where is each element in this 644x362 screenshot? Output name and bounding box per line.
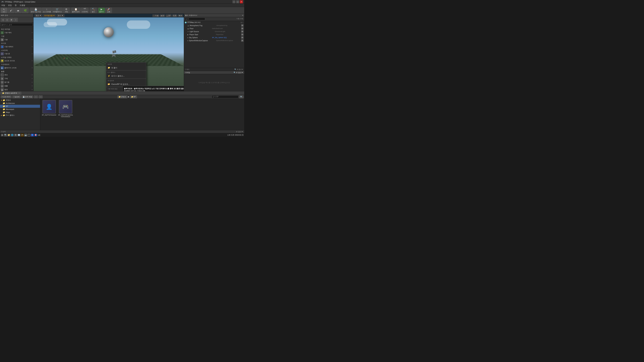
add-new-button[interactable]: + 신규 추가 [1,95,12,98]
folder-mannequin[interactable]: 📁 Mannequin [0,108,40,111]
add-icon[interactable]: + [32,88,33,91]
list-item[interactable]: ▬ 평면 + [0,88,33,91]
asset-item-character[interactable]: 👤 BP_MyFPSCharacter [42,100,57,117]
visibility-icon[interactable]: 👁 [241,24,244,27]
folder-bp[interactable]: 📁 BP [0,105,40,108]
taskbar-search[interactable]: 🔍 [4,134,7,137]
source-control-button[interactable]: ↕ 소스 컨트롤 [42,8,52,13]
add-icon[interactable]: + [32,81,33,83]
list-item[interactable]: ⊞ 기본 + [0,38,33,41]
angle-size[interactable]: △ 10° [166,14,172,17]
taskbar-phone[interactable]: 📱 [28,134,30,137]
taskbar-computer[interactable]: 💻 [24,134,27,137]
folder-cpp[interactable]: ▸ 📁 C++ 클래스 [0,114,40,117]
taskbar-target[interactable]: 🎯 [34,134,37,137]
perspective-btn[interactable]: 원근 ▼ [34,14,42,17]
mode-landscape-button[interactable]: ⛰ [15,8,22,13]
forward-button[interactable]: → [38,95,42,98]
taskbar-game[interactable]: 🎮 [21,134,24,137]
close-button[interactable]: ✕ [240,0,243,3]
folder-contents[interactable]: ▾ 📁 콘텐츠 [0,99,40,102]
outliner-item-sky[interactable]: ● Sky Sphere BP_Sky_Sphere 편집 👁 [184,36,244,39]
tool-btn-2[interactable]: ◇ [5,18,9,22]
taskbar-ue4[interactable]: UE [38,134,40,137]
details-options[interactable]: 🔍 뷰 옵션▼ [234,71,243,74]
visibility-icon[interactable]: 👁 [241,36,244,39]
list-item[interactable]: ● 구체 + [0,77,33,80]
menu-window[interactable]: 창 [14,4,17,7]
tool-btn-3[interactable]: ⊕ [10,18,14,22]
add-icon[interactable]: + [32,74,33,76]
taskbar-settings[interactable]: ⚙ [14,134,17,137]
tool-btn-4[interactable]: ↕ [14,18,18,22]
back-button[interactable]: ← [34,95,38,98]
import-button[interactable]: ↑ 임포트 [12,95,21,98]
taskbar-file-explorer[interactable]: 📁 [8,134,10,137]
mode-foliage-button[interactable]: 🌿 [22,8,28,13]
outliner-item-fog[interactable]: ☁ Atmospheric Fog AtmosphericFog 👁 [184,24,244,27]
outliner-item-player-start[interactable]: ▶ Player Start PlayerStart 👁 [184,33,244,36]
list-item[interactable]: 👤 기본 캐릭터 + [0,45,33,49]
start-button[interactable]: ⊞ [1,134,4,137]
add-icon[interactable]: + [32,60,33,62]
visibility-icon[interactable]: 👁 [241,39,244,42]
menu-edit[interactable]: 편집 [8,4,12,7]
taskbar-browser[interactable]: 🌐 [11,134,14,137]
launch-button[interactable]: 🚀 실행 [105,8,112,13]
cm-import-game[interactable]: 📂 /Game/BP 에 임포트... [106,82,146,86]
visibility-icon[interactable]: 👁 [241,27,244,30]
add-icon[interactable]: + [32,85,33,87]
outliner-options[interactable]: ≡ [242,14,243,16]
tab-content-browser[interactable]: 📁 콘텐츠 브라우저 ✕ [1,92,21,95]
list-item[interactable]: 🎮 기본 폰 + [0,52,33,56]
build-button[interactable]: 🔨 빌드 [90,8,97,13]
visibility-icon[interactable]: 👁 [241,30,244,33]
add-icon[interactable]: + [32,31,33,34]
blueprint-button[interactable]: 📋 블루프린트 [71,8,80,13]
add-icon[interactable]: + [32,38,33,41]
visibility-icon[interactable]: 👁 [241,33,244,36]
menu-help[interactable]: 도움말 [19,4,26,7]
outliner-search-input[interactable] [185,17,205,20]
add-icon[interactable]: + [32,45,33,48]
menu-file[interactable]: 파일 [1,4,6,7]
cm-new-cpp[interactable]: ⚡ 새 C++ 클래스... [106,74,146,78]
asset-item-gamemode[interactable]: 🎮 BP_MyFPSProjectGameModeBase [58,100,73,117]
play-button[interactable]: ▶ 플레이 [98,8,105,13]
list-item[interactable]: ▶ 플레이어 스타트 + [0,66,33,70]
tool-btn-1[interactable]: ◁ [1,18,5,22]
maximize-button[interactable]: □ [236,0,239,3]
list-item[interactable]: △ 원뿔 + [0,84,33,88]
cm-new-folder[interactable]: 📁 새 폴더 [106,66,146,70]
outliner-item-world[interactable]: 🌍 FPSMap (에디터) 월드 [184,21,244,24]
list-item[interactable]: ⬡ 기본 액터 + [0,31,33,34]
add-icon[interactable]: + [32,53,33,55]
tab-close[interactable]: ✕ [18,92,20,94]
list-item[interactable]: ⬛ 큐브 + [0,73,33,77]
list-item[interactable]: 💡 포인트 라이트 + [0,59,33,63]
breadcrumb-content[interactable]: 📁 콘텐츠 [118,95,127,98]
settings-button[interactable]: ⚙ 세팅 [63,8,70,13]
folder-architecture[interactable]: 📁 Architecture [0,102,40,105]
outliner-item-light[interactable]: ☀ Light Source DirectionalLight 👁 [184,30,244,33]
placement-search-input[interactable] [0,23,33,26]
grid-size[interactable]: ⊞ 10 [160,14,165,17]
marketplace-button[interactable]: 🛒 마켓플레이스 [52,8,63,13]
mode-paint-button[interactable]: 🖌 [8,8,14,13]
add-icon[interactable]: + [32,77,33,80]
taskbar-vs[interactable]: 🔷 [31,134,34,137]
show-btn[interactable]: 표시 ▼ [56,14,64,17]
outliner-item-sphere-capture[interactable]: ● SphereReflectionCapture SphereReflecti… [184,39,244,42]
lit-btn[interactable]: 라이팅포함 ▼ [43,14,56,17]
list-item[interactable]: ⬡ 원기둥 + [0,80,33,84]
view-button[interactable]: 🔍 뷰 옵션▼ [234,68,243,70]
taskbar-email[interactable]: 📧 [18,134,20,137]
scale-size[interactable]: 0.25 [172,14,177,17]
add-icon[interactable]: + [32,67,33,69]
content-search-input[interactable] [212,95,238,98]
folder-maps[interactable]: 📁 Maps [0,111,40,114]
search-options-button[interactable]: 🔍 [239,95,244,98]
viewport[interactable]: 원근 ▼ 라이팅포함 ▼ 표시 ▼ ↔ ↻ ⊞ ⊞ 10 △ 10° [34,14,184,91]
save-button[interactable]: 💾 현재 작업 저장 [30,8,42,13]
breadcrumb-bp[interactable]: 📁 BP [130,95,137,98]
